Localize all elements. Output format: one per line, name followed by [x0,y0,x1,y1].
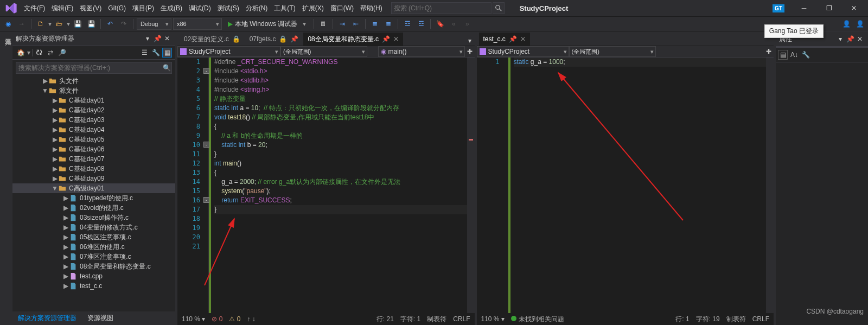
menu-工具(T)[interactable]: 工具(T) [271,2,298,15]
menu-文件(F)[interactable]: 文件(F) [21,2,48,15]
solution-tree[interactable]: ▶头文件▼源文件▶C基础day01▶C基础day02▶C基础day03▶C基础d… [12,76,175,311]
search-button[interactable] [493,2,505,14]
pin-icon[interactable]: 📌 [509,35,517,43]
wrench-icon[interactable]: 🔧 [801,50,810,60]
tab-test-c[interactable]: test_c.c 📌 ✕ [479,33,530,46]
panel-close-icon[interactable]: ✕ [855,34,865,44]
nav-member-combo[interactable]: ◉main() [378,46,465,57]
nav-scope-combo[interactable]: (全局范围) [569,46,656,57]
pin-icon[interactable]: 📌 [290,35,298,43]
showall-icon[interactable]: ☰ [139,48,149,58]
search-box[interactable] [391,2,492,14]
panel-pin-icon[interactable]: 📌 [152,34,162,43]
tree-node[interactable]: ▶头文件 [12,76,175,86]
tree-node[interactable]: ▶C基础day09 [12,174,175,183]
config-combo[interactable]: Debug [137,18,171,30]
tab-overflow-icon[interactable]: ▾ [465,36,475,46]
search-icon[interactable]: 🔍 [162,63,171,73]
panel-pin-icon[interactable]: 📌 [845,34,855,44]
feedback-button[interactable]: 👤 [854,18,866,30]
menu-分析(N)[interactable]: 分析(N) [242,2,271,15]
undo-button[interactable]: ↶ [104,18,116,30]
solution-search[interactable]: 🔍 [16,62,172,74]
code-text[interactable]: #define _CRT_SECURE_NO_WARNINGS#include … [211,58,467,313]
tb-step-1[interactable]: ⇥ [336,18,348,30]
nav-scope-combo[interactable]: (全局范围) [280,46,367,57]
tree-node[interactable]: ▶C基础day04 [12,125,175,135]
menu-Git(G)[interactable]: Git(G) [105,2,129,14]
code-text[interactable]: static g_a = 1000; [510,58,767,313]
editor-tab[interactable]: 08全局变量和静态变量.c📌✕ [303,33,403,46]
refresh-icon[interactable]: 🗘 [34,48,44,58]
split-icon[interactable]: ✚ [764,47,774,56]
user-avatar[interactable]: GT [773,4,784,12]
menu-窗口(W)[interactable]: 窗口(W) [327,2,357,15]
tb-bm-next[interactable]: » [461,18,473,30]
tb-indent-2[interactable]: ≣ [382,18,394,30]
tree-node[interactable]: ▶C基础day02 [12,105,175,115]
save-all-button[interactable]: 💾 [85,18,97,30]
nav-project-combo[interactable]: StudyCProject [177,46,280,57]
menu-测试(S)[interactable]: 测试(S) [214,2,242,15]
tb-bm-prev[interactable]: « [448,18,459,30]
fold-strip[interactable]: --- [205,58,209,313]
zoom-level[interactable]: 110 % ▾ [182,315,205,323]
start-debug-button[interactable]: ▶ 本地 Windows 调试器 ▾ [224,18,310,30]
menu-视图(V)[interactable]: 视图(V) [76,2,105,15]
nav-fwd-button[interactable]: → [16,18,28,30]
tb-misc-1[interactable]: 🗏 [317,18,329,30]
alphabetical-icon[interactable]: A↓ [789,50,799,60]
menu-编辑(E)[interactable]: 编辑(E) [48,2,76,15]
new-file-button[interactable]: 🗋 [35,18,47,30]
tree-node[interactable]: ▶01typedef的使用.c [12,193,175,203]
tree-node[interactable]: ▶07堆区注意事项.c [12,252,175,262]
tree-node[interactable]: ▶C基础day08 [12,164,175,174]
tree-node[interactable]: ▼C高级day01 [12,183,175,193]
nav-project-combo[interactable]: StudyCProject [477,46,569,57]
tree-node[interactable]: ▶C基础day05 [12,135,175,144]
tree-node[interactable]: ▶02void的使用.c [12,203,175,213]
panel-menu-icon[interactable]: ▾ [143,34,152,43]
overview-ruler[interactable] [467,58,475,313]
tab-resource-view[interactable]: 资源视图 [82,311,119,325]
open-file-button[interactable]: 🗁 [53,18,65,30]
tb-indent-1[interactable]: ≣ [369,18,381,30]
menu-帮助(H)[interactable]: 帮助(H) [357,2,386,15]
main-menu[interactable]: 文件(F)编辑(E)视图(V)Git(G)项目(P)生成(B)调试(D)测试(S… [21,2,386,15]
tree-node[interactable]: ▶05栈区注意事项.c [12,232,175,242]
redo-button[interactable]: ↷ [118,18,130,30]
close-icon[interactable]: ✕ [520,35,526,43]
zoom-level[interactable]: 110 % ▾ [481,315,505,323]
view-mode-icon[interactable]: ▦ [162,48,172,58]
tb-step-2[interactable]: ⇤ [350,18,362,30]
tree-node[interactable]: ▶C基础day03 [12,115,175,125]
save-button[interactable]: 💾 [72,18,84,30]
tree-node[interactable]: ▶03sizeof操作符.c [12,213,175,222]
minimize-button[interactable]: ─ [795,2,813,15]
sync-icon[interactable]: ⇄ [46,48,55,58]
tree-node[interactable]: ▶C基础day06 [12,144,175,154]
toolbox-vtab[interactable]: 工具箱 [0,31,12,325]
menu-扩展(X)[interactable]: 扩展(X) [299,2,327,15]
tree-node[interactable]: ▶test.cpp [12,271,175,281]
tree-node[interactable]: ▶C基础day07 [12,154,175,164]
menu-调试(D)[interactable]: 调试(D) [186,2,214,15]
platform-combo[interactable]: x86 [173,18,222,30]
tree-node[interactable]: ▶08全局变量和静态变量.c [12,262,175,271]
tree-node[interactable]: ▶06堆区的使用.c [12,242,175,252]
pin-icon[interactable]: 📌 [382,35,390,43]
fold-strip[interactable] [504,58,508,313]
close-icon[interactable]: ✕ [393,35,399,43]
editor-tab[interactable]: 02变量的定义.c🔒 [180,33,245,46]
menu-项目(P)[interactable]: 项目(P) [129,2,157,15]
maximize-button[interactable]: ❐ [820,2,838,15]
tab-solution-explorer[interactable]: 解决方案资源管理器 [12,311,82,325]
tree-node[interactable]: ▶test_c.c [12,281,175,291]
live-share-button[interactable]: 👤 [840,18,852,30]
solution-search-input[interactable] [16,64,162,72]
tree-node[interactable]: ▶04变量的修改方式.c [12,222,175,232]
menu-生成(B)[interactable]: 生成(B) [157,2,186,15]
filter-icon[interactable]: 🔎 [57,48,67,58]
tree-node[interactable]: ▶C基础day01 [12,95,175,105]
panel-close-icon[interactable]: ✕ [162,34,172,43]
